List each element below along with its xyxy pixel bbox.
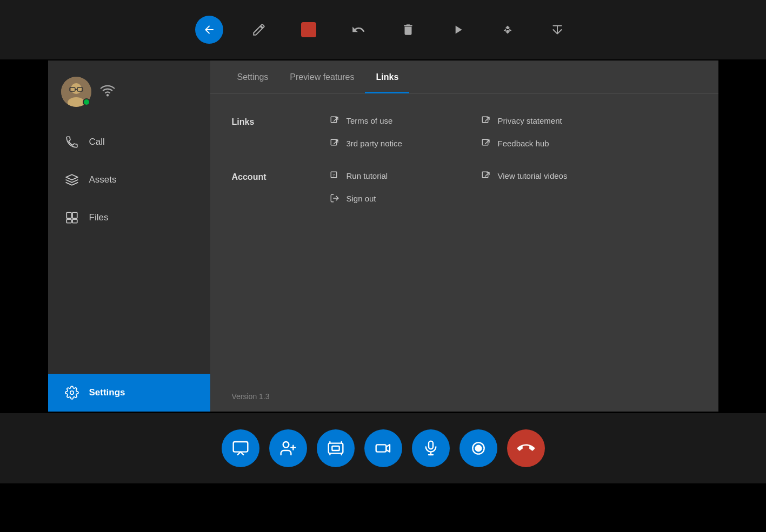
sidebar-header	[48, 66, 210, 123]
third-party-icon	[329, 138, 340, 149]
undo-icon	[351, 23, 365, 37]
svg-point-31	[475, 446, 481, 452]
svg-rect-9	[66, 219, 71, 223]
sidebar-item-assets-label: Assets	[89, 174, 117, 185]
svg-text:?: ?	[332, 173, 335, 177]
third-party-link[interactable]: 3rd party notice	[329, 138, 437, 149]
account-section: Account ? Run tutorial	[232, 170, 697, 204]
add-person-button[interactable]	[269, 429, 307, 467]
top-toolbar	[0, 0, 766, 59]
links-section: Links Terms of use	[232, 115, 697, 149]
links-row-1: Terms of use Privacy statement	[329, 115, 697, 126]
sign-out-link[interactable]: Sign out	[329, 193, 437, 204]
privacy-statement-link[interactable]: Privacy statement	[481, 115, 589, 126]
links-section-label: Links	[232, 115, 308, 149]
run-tutorial-label: Run tutorial	[347, 171, 388, 180]
play-button[interactable]	[444, 16, 472, 44]
sidebar: Call Assets	[48, 60, 210, 412]
tab-settings[interactable]: Settings	[227, 60, 279, 93]
run-tutorial-link[interactable]: ? Run tutorial	[329, 170, 437, 181]
tutorial-videos-label: View tutorial videos	[498, 171, 568, 180]
external-link-icon	[329, 115, 340, 126]
pin-button[interactable]	[543, 16, 571, 44]
delete-button[interactable]	[394, 16, 422, 44]
expand-button[interactable]	[494, 16, 522, 44]
settings-tabs: Settings Preview features Links	[210, 60, 718, 93]
account-row-2: Sign out	[329, 193, 697, 204]
svg-rect-8	[72, 212, 77, 218]
pencil-button[interactable]	[245, 16, 273, 44]
bottom-toolbar	[0, 413, 766, 483]
sign-out-label: Sign out	[347, 194, 376, 203]
links-section-content: Terms of use Privacy statement	[329, 115, 697, 149]
svg-rect-7	[66, 212, 71, 218]
tab-links[interactable]: Links	[365, 60, 409, 93]
privacy-statement-label: Privacy statement	[498, 116, 562, 125]
feedback-icon	[481, 138, 491, 149]
screenshot-button[interactable]	[317, 429, 355, 467]
third-party-label: 3rd party notice	[347, 139, 402, 148]
feedback-hub-link[interactable]: Feedback hub	[481, 138, 589, 149]
sidebar-settings-label: Settings	[89, 387, 125, 398]
svg-rect-26	[376, 445, 386, 452]
signout-icon	[329, 193, 340, 204]
terms-of-use-label: Terms of use	[347, 116, 393, 125]
account-section-content: ? Run tutorial	[329, 170, 697, 204]
sidebar-item-files[interactable]: Files	[48, 199, 210, 237]
trash-icon	[401, 23, 415, 37]
online-badge	[83, 98, 90, 106]
content-area: Settings Preview features Links Links	[210, 60, 718, 412]
record-button[interactable]	[459, 429, 497, 467]
sidebar-item-settings[interactable]: Settings	[48, 374, 210, 412]
video-icon	[375, 440, 392, 457]
settings-icon	[64, 386, 79, 400]
video-button[interactable]	[364, 429, 402, 467]
sidebar-item-files-label: Files	[89, 212, 109, 223]
svg-point-1	[71, 83, 82, 94]
sidebar-item-call-label: Call	[89, 137, 105, 147]
version-text: Version 1.3	[232, 381, 697, 401]
terms-of-use-link[interactable]: Terms of use	[329, 115, 437, 126]
svg-rect-24	[328, 443, 343, 454]
stop-button[interactable]	[295, 16, 323, 44]
hangup-button[interactable]	[507, 429, 545, 467]
main-area: Call Assets	[48, 60, 718, 412]
back-button[interactable]	[195, 16, 223, 44]
call-icon	[64, 135, 79, 149]
undo-button[interactable]	[344, 16, 372, 44]
connection-icon	[100, 83, 115, 101]
record-icon	[470, 440, 487, 457]
screenshot-icon	[327, 440, 344, 457]
svg-rect-20	[233, 442, 248, 452]
chat-icon	[232, 440, 249, 457]
content-body: Links Terms of use	[210, 93, 718, 412]
tutorial-videos-icon	[481, 170, 491, 181]
privacy-external-icon	[481, 115, 491, 126]
hangup-icon	[517, 440, 535, 457]
tab-preview-features[interactable]: Preview features	[279, 60, 365, 93]
chat-button[interactable]	[222, 429, 259, 467]
svg-point-6	[106, 95, 108, 96]
svg-rect-10	[72, 219, 77, 223]
sidebar-item-call[interactable]: Call	[48, 123, 210, 161]
svg-rect-27	[429, 441, 433, 449]
tutorial-icon: ?	[329, 170, 340, 181]
expand-icon	[501, 23, 515, 37]
mic-button[interactable]	[412, 429, 450, 467]
add-person-icon	[279, 440, 297, 457]
back-icon	[203, 23, 216, 36]
sidebar-item-assets[interactable]: Assets	[48, 161, 210, 199]
avatar-wrapper	[61, 77, 91, 107]
account-row-1: ? Run tutorial	[329, 170, 697, 181]
svg-rect-25	[332, 446, 339, 450]
tutorial-videos-link[interactable]: View tutorial videos	[481, 170, 589, 181]
stop-icon	[301, 22, 316, 37]
assets-icon	[64, 173, 79, 187]
account-section-label: Account	[232, 170, 308, 204]
files-icon	[64, 211, 79, 225]
pencil-icon	[252, 23, 266, 37]
pin-icon	[550, 23, 564, 37]
svg-point-11	[70, 391, 74, 395]
mic-icon	[422, 440, 439, 457]
play-icon	[451, 23, 465, 37]
